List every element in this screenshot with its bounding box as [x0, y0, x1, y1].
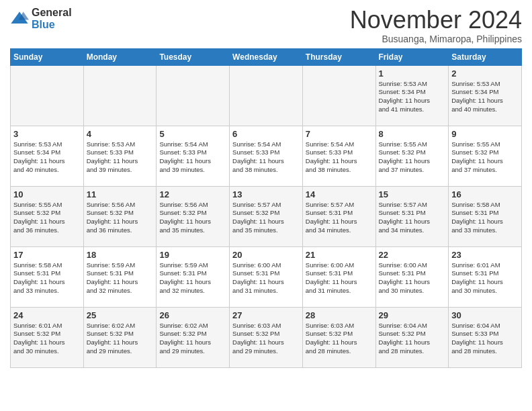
day-number: 15	[379, 189, 446, 199]
calendar-cell: 18Sunrise: 5:59 AM Sunset: 5:31 PM Dayli…	[83, 246, 157, 307]
logo-blue: Blue	[32, 19, 72, 31]
calendar-cell: 26Sunrise: 6:02 AM Sunset: 5:32 PM Dayli…	[157, 307, 230, 367]
cell-info: Sunrise: 5:57 AM Sunset: 5:31 PM Dayligh…	[379, 201, 446, 235]
calendar-cell: 9Sunrise: 5:55 AM Sunset: 5:32 PM Daylig…	[449, 126, 522, 186]
day-number: 20	[232, 250, 300, 260]
weekday-header-row: SundayMondayTuesdayWednesdayThursdayFrid…	[11, 48, 522, 65]
weekday-header: Monday	[83, 48, 157, 65]
day-number: 25	[87, 310, 154, 320]
weekday-header: Saturday	[449, 48, 522, 65]
day-number: 8	[379, 129, 446, 139]
calendar-cell: 13Sunrise: 5:57 AM Sunset: 5:32 PM Dayli…	[230, 186, 303, 246]
calendar-cell	[230, 65, 303, 126]
calendar-week-row: 17Sunrise: 5:58 AM Sunset: 5:31 PM Dayli…	[11, 246, 522, 307]
day-number: 18	[87, 250, 154, 260]
calendar-cell: 28Sunrise: 6:03 AM Sunset: 5:32 PM Dayli…	[302, 307, 375, 367]
calendar-cell: 23Sunrise: 6:01 AM Sunset: 5:31 PM Dayli…	[449, 246, 522, 307]
cell-info: Sunrise: 5:59 AM Sunset: 5:31 PM Dayligh…	[159, 261, 226, 295]
logo-text: General Blue	[32, 7, 72, 30]
cell-info: Sunrise: 6:02 AM Sunset: 5:32 PM Dayligh…	[87, 322, 154, 356]
cell-info: Sunrise: 6:03 AM Sunset: 5:32 PM Dayligh…	[232, 322, 300, 356]
cell-info: Sunrise: 5:59 AM Sunset: 5:31 PM Dayligh…	[87, 261, 154, 295]
calendar-cell: 6Sunrise: 5:54 AM Sunset: 5:33 PM Daylig…	[230, 126, 303, 186]
calendar-cell: 14Sunrise: 5:57 AM Sunset: 5:31 PM Dayli…	[302, 186, 375, 246]
day-number: 9	[451, 129, 519, 139]
weekday-header: Sunday	[11, 48, 84, 65]
day-number: 14	[306, 189, 373, 199]
calendar-cell: 22Sunrise: 6:00 AM Sunset: 5:31 PM Dayli…	[375, 246, 449, 307]
calendar-cell: 7Sunrise: 5:54 AM Sunset: 5:33 PM Daylig…	[302, 126, 375, 186]
day-number: 11	[87, 189, 154, 199]
calendar-cell: 30Sunrise: 6:04 AM Sunset: 5:33 PM Dayli…	[449, 307, 522, 367]
cell-info: Sunrise: 6:03 AM Sunset: 5:32 PM Dayligh…	[306, 322, 373, 356]
calendar-cell: 2Sunrise: 5:53 AM Sunset: 5:34 PM Daylig…	[449, 65, 522, 126]
calendar-cell: 25Sunrise: 6:02 AM Sunset: 5:32 PM Dayli…	[83, 307, 157, 367]
calendar-week-row: 1Sunrise: 5:53 AM Sunset: 5:34 PM Daylig…	[11, 65, 522, 126]
calendar-cell: 1Sunrise: 5:53 AM Sunset: 5:34 PM Daylig…	[375, 65, 449, 126]
day-number: 4	[87, 129, 154, 139]
calendar-cell: 17Sunrise: 5:58 AM Sunset: 5:31 PM Dayli…	[11, 246, 84, 307]
cell-info: Sunrise: 5:56 AM Sunset: 5:32 PM Dayligh…	[87, 201, 154, 235]
day-number: 23	[451, 250, 519, 260]
day-number: 30	[451, 310, 519, 320]
calendar-cell: 27Sunrise: 6:03 AM Sunset: 5:32 PM Dayli…	[230, 307, 303, 367]
cell-info: Sunrise: 5:53 AM Sunset: 5:34 PM Dayligh…	[379, 80, 446, 114]
day-number: 2	[451, 68, 519, 79]
cell-info: Sunrise: 5:55 AM Sunset: 5:32 PM Dayligh…	[451, 140, 519, 175]
cell-info: Sunrise: 6:04 AM Sunset: 5:32 PM Dayligh…	[379, 322, 446, 356]
cell-info: Sunrise: 6:01 AM Sunset: 5:32 PM Dayligh…	[13, 322, 81, 356]
calendar-cell: 10Sunrise: 5:55 AM Sunset: 5:32 PM Dayli…	[11, 186, 84, 246]
calendar-cell: 5Sunrise: 5:54 AM Sunset: 5:33 PM Daylig…	[157, 126, 230, 186]
page-header: General Blue November 2024 Busuanga, Mim…	[10, 7, 522, 44]
cell-info: Sunrise: 6:00 AM Sunset: 5:31 PM Dayligh…	[379, 261, 446, 295]
location: Busuanga, Mimaropa, Philippines	[350, 34, 522, 44]
weekday-header: Wednesday	[230, 48, 303, 65]
day-number: 5	[159, 129, 226, 139]
cell-info: Sunrise: 6:00 AM Sunset: 5:31 PM Dayligh…	[232, 261, 300, 295]
day-number: 10	[13, 189, 81, 199]
calendar-week-row: 24Sunrise: 6:01 AM Sunset: 5:32 PM Dayli…	[11, 307, 522, 367]
calendar-cell: 3Sunrise: 5:53 AM Sunset: 5:34 PM Daylig…	[11, 126, 84, 186]
title-block: November 2024 Busuanga, Mimaropa, Philip…	[350, 7, 522, 44]
cell-info: Sunrise: 6:01 AM Sunset: 5:31 PM Dayligh…	[451, 261, 519, 295]
logo-general: General	[32, 7, 72, 19]
day-number: 6	[232, 129, 300, 139]
cell-info: Sunrise: 5:58 AM Sunset: 5:31 PM Dayligh…	[13, 261, 81, 295]
calendar-cell: 29Sunrise: 6:04 AM Sunset: 5:32 PM Dayli…	[375, 307, 449, 367]
calendar-cell: 11Sunrise: 5:56 AM Sunset: 5:32 PM Dayli…	[83, 186, 157, 246]
day-number: 7	[306, 129, 373, 139]
day-number: 17	[13, 250, 81, 260]
cell-info: Sunrise: 5:56 AM Sunset: 5:32 PM Dayligh…	[159, 201, 226, 235]
calendar-cell: 15Sunrise: 5:57 AM Sunset: 5:31 PM Dayli…	[375, 186, 449, 246]
cell-info: Sunrise: 5:58 AM Sunset: 5:31 PM Dayligh…	[451, 201, 519, 235]
calendar-cell: 21Sunrise: 6:00 AM Sunset: 5:31 PM Dayli…	[302, 246, 375, 307]
day-number: 27	[232, 310, 300, 320]
calendar-cell: 12Sunrise: 5:56 AM Sunset: 5:32 PM Dayli…	[157, 186, 230, 246]
logo: General Blue	[10, 7, 72, 30]
day-number: 22	[379, 250, 446, 260]
cell-info: Sunrise: 5:55 AM Sunset: 5:32 PM Dayligh…	[13, 201, 81, 235]
calendar-cell: 8Sunrise: 5:55 AM Sunset: 5:32 PM Daylig…	[375, 126, 449, 186]
weekday-header: Thursday	[302, 48, 375, 65]
cell-info: Sunrise: 5:54 AM Sunset: 5:33 PM Dayligh…	[306, 140, 373, 175]
calendar-week-row: 10Sunrise: 5:55 AM Sunset: 5:32 PM Dayli…	[11, 186, 522, 246]
day-number: 1	[379, 68, 446, 79]
calendar-cell: 24Sunrise: 6:01 AM Sunset: 5:32 PM Dayli…	[11, 307, 84, 367]
calendar-cell: 16Sunrise: 5:58 AM Sunset: 5:31 PM Dayli…	[449, 186, 522, 246]
calendar-cell	[11, 65, 84, 126]
weekday-header: Tuesday	[157, 48, 230, 65]
month-title: November 2024	[350, 7, 522, 34]
calendar-cell: 20Sunrise: 6:00 AM Sunset: 5:31 PM Dayli…	[230, 246, 303, 307]
cell-info: Sunrise: 5:54 AM Sunset: 5:33 PM Dayligh…	[232, 140, 300, 175]
cell-info: Sunrise: 6:04 AM Sunset: 5:33 PM Dayligh…	[451, 322, 519, 356]
cell-info: Sunrise: 5:53 AM Sunset: 5:34 PM Dayligh…	[13, 140, 81, 175]
day-number: 13	[232, 189, 300, 199]
day-number: 24	[13, 310, 81, 320]
day-number: 19	[159, 250, 226, 260]
day-number: 16	[451, 189, 519, 199]
day-number: 26	[159, 310, 226, 320]
cell-info: Sunrise: 5:54 AM Sunset: 5:33 PM Dayligh…	[159, 140, 226, 175]
day-number: 21	[306, 250, 373, 260]
cell-info: Sunrise: 5:53 AM Sunset: 5:33 PM Dayligh…	[87, 140, 154, 175]
cell-info: Sunrise: 5:57 AM Sunset: 5:31 PM Dayligh…	[306, 201, 373, 235]
